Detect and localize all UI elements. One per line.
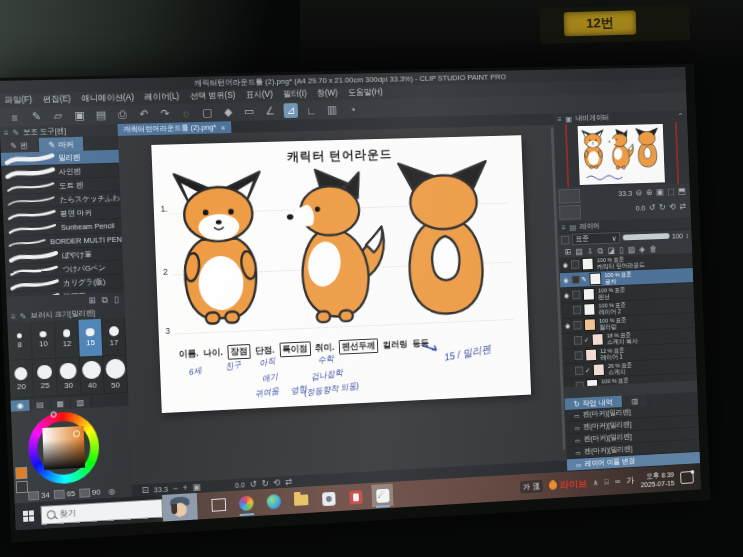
lock-alpha-icon[interactable]: ▨ [628,245,635,255]
new-layer-icon[interactable]: ⊞ [564,247,571,257]
redo-icon[interactable]: ↷ [157,106,172,121]
lock-layer-icon[interactable]: ▯ [619,245,624,255]
nav-actual-size-icon[interactable]: ⬚ [667,187,675,197]
zoom-fit-icon[interactable]: ▣ [192,482,201,492]
brush-size-17[interactable]: 17 [102,318,127,357]
panel-menu-icon[interactable]: ≡ [557,115,562,124]
deselect-icon[interactable]: ◌ [179,105,194,120]
material-panel-icon[interactable]: ▥ [325,102,340,117]
opacity-stepper-icon[interactable]: ↕ [685,231,689,240]
tool-switch-icon[interactable]: ✎ [29,109,44,124]
open-file-icon[interactable]: ▤ [93,107,108,122]
clip-layer-icon[interactable]: ◪ [607,245,614,255]
layer-select-box[interactable] [573,321,581,330]
menu-파일(F)[interactable]: 파일(F) [4,94,32,107]
saturation-value[interactable]: 65 [54,489,76,499]
menu-애니메이션(A)[interactable]: 애니메이션(A) [81,92,134,105]
layer-thumbnail[interactable] [586,379,598,387]
snap-special-ruler-icon[interactable]: ⊿ [283,103,298,118]
navigator-thumbnail[interactable] [578,124,665,185]
menu-창(W)[interactable]: 창(W) [317,88,338,100]
camera-app-icon[interactable] [320,490,337,507]
zoom-in-icon[interactable]: + [182,483,187,493]
layer-select-box[interactable] [574,336,582,345]
brush-size-20[interactable]: 20 [9,360,34,399]
save-icon[interactable]: ▣ [72,108,87,123]
nav-zoom-out-icon[interactable]: ⊖ [635,188,642,198]
snap-grid-icon[interactable]: ∟ [304,103,319,118]
taskbar-search-box[interactable]: 찾기 [40,499,163,525]
menu-레이어(L)[interactable]: 레이어(L) [144,91,179,104]
panel-menu-icon[interactable]: ≡ [11,312,16,321]
clip-studio-paint-icon[interactable] [374,487,390,504]
main-color-chip[interactable] [15,467,27,480]
hamburger-icon[interactable]: ≡ [7,109,22,124]
opacity-slider[interactable] [623,233,670,240]
edge-browser-icon[interactable] [265,493,282,511]
nav-zoom-in-icon[interactable]: ⊕ [646,187,653,197]
task-view-icon[interactable] [210,496,227,514]
menu-편집(E)[interactable]: 편집(E) [43,93,71,106]
photos-app-icon[interactable] [238,495,255,513]
layer-thumbnail[interactable] [583,303,595,316]
brightness-value[interactable]: 90 [79,487,101,497]
color-wheel-zone[interactable] [11,406,132,489]
rotate-right-icon[interactable]: ↻ [261,478,269,488]
add-subtool-icon[interactable]: ⊞ [88,295,96,305]
layer-select-box[interactable] [574,351,582,360]
brush-size-15[interactable]: 15 [78,319,103,358]
hue-value[interactable]: 34 [28,490,50,500]
ime-indicator-chip[interactable]: 가 漢 [520,480,543,494]
layer-thumbnail[interactable] [592,333,604,346]
material-preview-tiles[interactable] [557,186,605,220]
blend-mode-select[interactable]: 표준 ∨ [572,232,621,245]
tray-display-icon[interactable]: ⌸ [604,477,609,487]
layer-select-box[interactable] [576,381,584,387]
brush-size-8[interactable]: 8 [7,322,32,361]
collapse-panel-icon[interactable]: ⌃ [677,112,683,121]
layer-select-box[interactable] [572,275,580,284]
nav-rotate-left-icon[interactable]: ↺ [649,202,656,212]
mini-slider[interactable] [79,488,90,498]
brush-size-30[interactable]: 30 [56,358,81,397]
select-area-icon[interactable]: ▢ [200,105,215,120]
media-app-icon[interactable] [347,488,363,505]
merge-layer-icon[interactable]: ⧉ [598,245,604,256]
layer-thumbnail[interactable] [583,288,595,301]
live-indicator[interactable]: 라이브 [549,477,587,492]
nav-flip-icon[interactable]: ⇄ [679,201,686,211]
navigator-preview-area[interactable] [554,121,689,187]
document-tab[interactable]: 캐릭터턴어라운드틀 (2).png* × [117,121,231,136]
brush-size-10[interactable]: 10 [31,321,56,360]
brush-size-50[interactable]: 50 [103,355,128,394]
eraser-icon[interactable]: ▱ [50,108,65,123]
layer-thumbnail[interactable] [582,258,594,271]
menu-도움말(H)[interactable]: 도움말(H) [348,87,383,99]
zoom-out-icon[interactable]: − [172,483,177,493]
mini-slider[interactable] [54,489,65,499]
nav-fit-icon[interactable]: ▣ [656,187,664,197]
menu-필터(I)[interactable]: 필터(I) [283,88,307,100]
brush-size-25[interactable]: 25 [33,359,58,398]
close-tab-icon[interactable]: × [221,123,226,132]
delete-subtool-icon[interactable]: ▯ [114,294,119,304]
tray-link-icon[interactable]: ∞ [615,477,620,486]
tab-pen[interactable]: ✎펜 [0,138,39,153]
duplicate-subtool-icon[interactable]: ⧉ [101,294,108,305]
fit-screen-icon[interactable]: ⊡ [141,485,149,495]
menu-표시(V)[interactable]: 표시(V) [246,89,273,101]
tray-expand-icon[interactable]: ∧ [593,478,599,487]
layer-thumbnail[interactable] [589,273,601,286]
layer-thumbnail[interactable] [585,349,597,362]
layer-select-box[interactable] [571,260,579,269]
brush-size-40[interactable]: 40 [80,356,105,395]
new-folder-icon[interactable]: ▤ [575,247,583,257]
document-canvas[interactable]: 캐릭터 턴어라운드 1. 2 3 이름.나이.장점단점.특이점취미.펜선두께컬러… [151,135,531,413]
layer-select-box[interactable] [573,306,581,315]
layer-select-box[interactable] [572,290,580,299]
snap-ruler-icon[interactable]: ∠ [263,104,278,119]
eye-icon[interactable]: ◉ [561,261,569,269]
panel-menu-icon[interactable]: ≡ [562,223,567,232]
panel-menu-icon[interactable]: ≡ [4,128,9,137]
file-explorer-icon[interactable] [293,491,310,508]
